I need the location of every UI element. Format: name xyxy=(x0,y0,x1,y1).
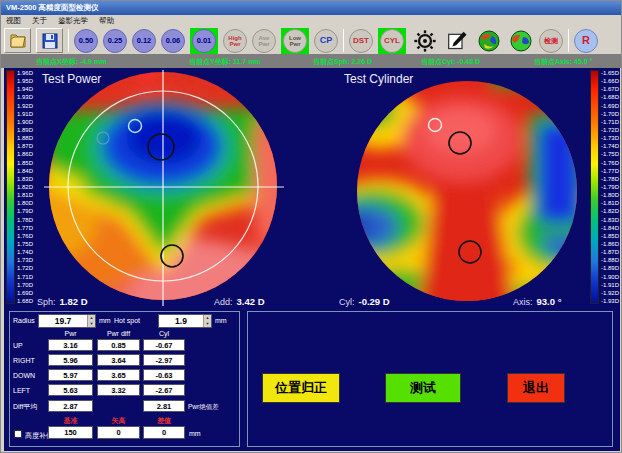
table-cell: 3.65 xyxy=(97,369,140,381)
cylinder-map[interactable] xyxy=(342,71,592,305)
colorbar-tick: -1.66D xyxy=(601,78,619,84)
colorbar-tick: 1.69D xyxy=(17,290,33,296)
colorbar-tick: -1.77D xyxy=(601,168,619,174)
low-pwr-selected: Low Pwr xyxy=(281,28,309,54)
power-colorbar: 1.96D1.95D1.94D1.93D1.92D1.91D1.90D1.89D… xyxy=(6,70,33,304)
height-diff-input[interactable] xyxy=(143,426,185,439)
colorbar-tick: -1.84D xyxy=(601,225,619,231)
tolerance-001-button[interactable]: 0.01 xyxy=(192,29,216,53)
high-pwr-button[interactable]: High Pwr xyxy=(223,29,247,53)
status-x: 当前点X坐标: -4.9 mm xyxy=(36,57,106,67)
colorbar-tick: 1.83D xyxy=(17,176,33,182)
tolerance-012-button[interactable]: 0.12 xyxy=(132,29,156,53)
hotspot-stepper[interactable]: 1.9 ▲▼ xyxy=(158,314,212,328)
window-title: VM-2500 高精度面型检测仪 xyxy=(6,3,99,12)
height-comp-unit: mm xyxy=(189,430,201,437)
colorbar-tick: -1.82D xyxy=(601,208,619,214)
low-pwr-button[interactable]: Low Pwr xyxy=(283,29,307,53)
table-cell: 5.96 xyxy=(48,354,93,366)
colorbar-tick: 1.84D xyxy=(17,168,33,174)
power-map-title: Test Power xyxy=(42,72,101,86)
ave-pwr-button[interactable]: Ave Pwr xyxy=(252,29,276,53)
power-map-view-button[interactable] xyxy=(475,28,502,53)
open-file-button[interactable] xyxy=(4,28,31,53)
colorbar-tick: -1.93D xyxy=(601,298,619,304)
colorbar-tick: -1.80D xyxy=(601,192,619,198)
colorbar-tick: -1.74D xyxy=(601,143,619,149)
colorbar-tick: 1.89D xyxy=(17,127,33,133)
save-icon xyxy=(42,33,58,49)
cp-button[interactable]: CP xyxy=(314,29,338,53)
colorbar-tick: 1.74D xyxy=(17,249,33,255)
table-cell: 5.63 xyxy=(48,384,93,396)
menu-about[interactable]: 关于 xyxy=(32,16,47,26)
settings-button[interactable] xyxy=(411,28,438,53)
height-sag-input[interactable] xyxy=(97,426,140,439)
colorbar-tick: -1.71D xyxy=(601,119,619,125)
radius-stepper-arrows[interactable]: ▲▼ xyxy=(87,315,95,327)
test-button[interactable]: 测试 xyxy=(385,373,461,403)
colorbar-tick: -1.81D xyxy=(601,200,619,206)
colorbar-tick: -1.69D xyxy=(601,103,619,109)
down-arrow-icon[interactable]: ▼ xyxy=(88,321,95,327)
colorbar-tick: 1.82D xyxy=(17,184,33,190)
gear-icon xyxy=(414,30,436,52)
cyl-selected: CYL xyxy=(378,28,406,54)
status-axis: 当前点Axis: 45.0 ° xyxy=(534,57,592,67)
color-sphere-icon xyxy=(478,30,500,52)
menu-company[interactable]: 鉴影光学 xyxy=(58,16,88,26)
menu-help[interactable]: 帮助 xyxy=(99,16,114,26)
folder-icon xyxy=(9,33,27,49)
colorbar-tick: -1.76D xyxy=(601,160,619,166)
colorbar-tick: 1.91D xyxy=(17,111,33,117)
status-y: 当前点Y坐标: 11.7 mm xyxy=(189,57,261,67)
colorbar-tick: -1.79D xyxy=(601,184,619,190)
title-bar: VM-2500 高精度面型检测仪 xyxy=(1,1,621,15)
colorbar-tick: -1.86D xyxy=(601,241,619,247)
cyl-readout: Cyl:-0.29 D xyxy=(339,296,390,307)
dst-button[interactable]: DST xyxy=(349,29,373,53)
hotspot-label: Hot spot xyxy=(114,317,140,324)
colorbar-tick: 1.71D xyxy=(17,274,33,280)
colorbar-tick: 1.68D xyxy=(17,298,33,304)
power-map[interactable] xyxy=(44,70,284,306)
hotspot-stepper-arrows[interactable]: ▲▼ xyxy=(203,315,211,327)
diff-label: Diff平均 xyxy=(13,402,37,412)
colorbar-tick: 1.92D xyxy=(17,103,33,109)
radius-label: Radius xyxy=(13,317,35,324)
exit-button[interactable]: 退出 xyxy=(507,373,565,403)
colorbar-tick: 1.80D xyxy=(17,200,33,206)
height-base-input[interactable] xyxy=(48,426,93,439)
table-cell: 5.97 xyxy=(48,369,93,381)
table-cell: 3.32 xyxy=(97,384,140,396)
cylinder-colorbar-ticks: -1.65D-1.66D-1.67D-1.68D-1.69D-1.70D-1.7… xyxy=(599,70,619,304)
reset-button[interactable]: R xyxy=(574,29,598,53)
toolbar-separator xyxy=(568,29,569,52)
save-button[interactable] xyxy=(36,28,63,53)
menu-view[interactable]: 视图 xyxy=(6,16,21,26)
row-label-left: LEFT xyxy=(13,387,30,394)
app-window: VM-2500 高精度面型检测仪 视图 关于 鉴影光学 帮助 0.50 0.25… xyxy=(0,0,622,453)
tolerance-006-button[interactable]: 0.06 xyxy=(161,29,185,53)
axis-readout: Axis:93.0 ° xyxy=(513,296,561,307)
edit-icon xyxy=(447,31,467,51)
colorbar-tick: 1.72D xyxy=(17,265,33,271)
colorbar-tick: -1.70D xyxy=(601,111,619,117)
cyl-button[interactable]: CYL xyxy=(380,29,404,53)
colorbar-tick: 1.94D xyxy=(17,86,33,92)
colorbar-tick: -1.92D xyxy=(601,290,619,296)
radius-stepper[interactable]: 19.7 ▲▼ xyxy=(38,314,96,328)
colorbar-tick: -1.68D xyxy=(601,94,619,100)
power-colorbar-ticks: 1.96D1.95D1.94D1.93D1.92D1.91D1.90D1.89D… xyxy=(15,70,33,304)
position-reset-button[interactable]: 位置归正 xyxy=(262,373,340,403)
colorbar-tick: -1.72D xyxy=(601,127,619,133)
height-comp-checkbox[interactable] xyxy=(14,430,22,438)
edit-report-button[interactable] xyxy=(443,28,470,53)
colorbar-tick: 1.81D xyxy=(17,192,33,198)
tolerance-025-button[interactable]: 0.25 xyxy=(103,29,127,53)
tolerance-050-button[interactable]: 0.50 xyxy=(74,29,98,53)
down-arrow-icon[interactable]: ▼ xyxy=(204,321,211,327)
detect-button[interactable]: 检测 xyxy=(539,29,563,53)
cylinder-map-view-button[interactable] xyxy=(507,28,534,53)
status-sph: 当前点Sph: 2.26 D xyxy=(313,57,372,67)
